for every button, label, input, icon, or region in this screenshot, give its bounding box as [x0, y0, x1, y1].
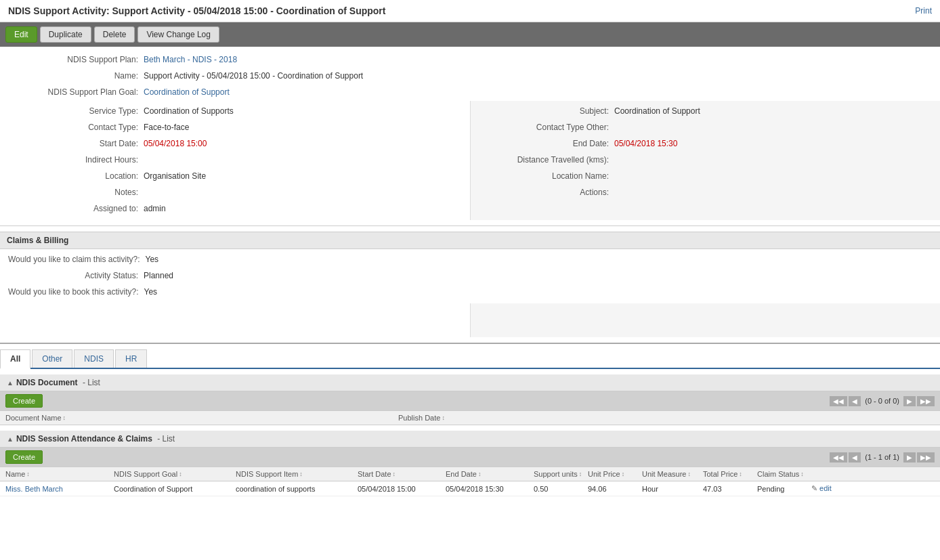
session-name-header-label: Name	[5, 470, 25, 478]
ndis-session-first-page-button[interactable]: ◀◀	[830, 452, 847, 462]
session-units-header-label: Support units	[534, 470, 578, 478]
contact-type-row: Contact Type: Face-to-face	[0, 120, 470, 136]
service-type-label: Service Type:	[8, 106, 144, 116]
ndis-document-pagination: ◀◀ ◀ (0 - 0 of 0) ▶ ▶▶	[830, 396, 935, 406]
session-price-sort-icon[interactable]: ↕	[622, 471, 625, 477]
session-row-name-link[interactable]: Miss. Beth March	[5, 485, 63, 493]
doc-date-header-label: Publish Date	[398, 414, 440, 422]
claim-activity-value: Yes	[146, 255, 932, 264]
session-units-sort-icon[interactable]: ↕	[579, 471, 582, 477]
form-two-col: Service Type: Coordination of Supports C…	[0, 101, 940, 220]
claims-billing-section: Claims & Billing Would you like to claim…	[0, 226, 940, 344]
ndis-support-plan-goal-value: Coordination of Support	[144, 87, 932, 97]
ndis-document-prev-page-button[interactable]: ◀	[849, 396, 861, 406]
ndis-document-section-title: NDIS Document	[16, 378, 78, 387]
session-row-name: Miss. Beth March	[5, 485, 114, 493]
session-name-sort-icon[interactable]: ↕	[26, 471, 30, 477]
session-end-sort-icon[interactable]: ↕	[478, 471, 482, 477]
edit-button[interactable]: Edit	[5, 26, 37, 43]
ndis-document-first-page-button[interactable]: ◀◀	[830, 396, 847, 406]
tab-all[interactable]: All	[0, 349, 30, 369]
session-row-goal: Coordination of Support	[114, 485, 236, 493]
claims-billing-header: Claims & Billing	[0, 232, 940, 249]
session-item-sort-icon[interactable]: ↕	[299, 471, 303, 477]
name-value: Support Activity - 05/04/2018 15:00 - Co…	[144, 71, 932, 81]
tab-hr[interactable]: HR	[115, 349, 147, 368]
session-actions-header	[811, 470, 935, 478]
session-status-header-label: Claim Status	[757, 470, 799, 478]
claim-activity-label: Would you like to claim this activity?:	[8, 255, 146, 264]
book-activity-row: Would you like to book this activity?: Y…	[0, 284, 940, 301]
collapse-session-icon[interactable]: ▲	[7, 435, 14, 443]
tab-other[interactable]: Other	[32, 349, 72, 368]
subject-row: Subject: Coordination of Support	[471, 104, 940, 120]
session-units-header: Support units ↕	[534, 470, 588, 478]
book-activity-label: Would you like to book this activity?:	[8, 287, 144, 297]
ndis-document-create-button[interactable]: Create	[5, 394, 43, 408]
tab-ndis[interactable]: NDIS	[74, 349, 114, 368]
session-start-sort-icon[interactable]: ↕	[393, 471, 396, 477]
ndis-document-list-container: ▲ NDIS Document - List Create ◀◀ ◀ (0 - …	[0, 374, 940, 425]
print-link[interactable]: Print	[915, 6, 932, 16]
doc-date-sort-icon[interactable]: ↕	[442, 414, 445, 421]
claim-activity-row: Would you like to claim this activity?: …	[0, 252, 940, 268]
ndis-session-last-page-button[interactable]: ▶▶	[917, 452, 935, 462]
collapse-document-icon[interactable]: ▲	[7, 379, 14, 387]
ndis-session-create-button[interactable]: Create	[5, 450, 43, 464]
book-activity-value: Yes	[144, 287, 932, 297]
contact-type-value: Face-to-face	[144, 123, 462, 132]
session-end-header: End Date ↕	[446, 470, 534, 478]
pencil-icon: ✎	[811, 484, 819, 492]
ndis-support-plan-goal-row: NDIS Support Plan Goal: Coordination of …	[0, 85, 940, 101]
ndis-support-plan-link[interactable]: Beth March - NDIS - 2018	[144, 55, 237, 64]
activity-status-row: Activity Status: Planned	[0, 268, 940, 284]
start-date-value: 05/04/2018 15:00	[144, 139, 462, 148]
page-header: NDIS Support Activity: Support Activity …	[0, 0, 940, 22]
ndis-document-next-page-button[interactable]: ▶	[903, 396, 916, 406]
session-row-item: coordination of supports	[236, 485, 358, 493]
distance-travelled-label: Distance Travelled (kms):	[479, 155, 614, 165]
start-date-label: Start Date:	[8, 139, 144, 148]
location-name-label: Location Name:	[479, 171, 614, 181]
session-goal-sort-icon[interactable]: ↕	[179, 471, 182, 477]
form-right-col: Subject: Coordination of Support Contact…	[470, 101, 940, 220]
indirect-hours-row: Indirect Hours:	[0, 152, 470, 169]
delete-button[interactable]: Delete	[94, 26, 135, 43]
ndis-document-last-page-button[interactable]: ▶▶	[917, 396, 935, 406]
actions-row: Actions:	[471, 185, 940, 201]
distance-travelled-row: Distance Travelled (kms):	[471, 152, 940, 169]
ndis-session-prev-page-button[interactable]: ◀	[849, 452, 861, 462]
end-date-row: End Date: 05/04/2018 15:30	[471, 136, 940, 152]
doc-name-sort-icon[interactable]: ↕	[63, 414, 66, 421]
ndis-session-list-container: ▲ NDIS Session Attendance & Claims - Lis…	[0, 431, 940, 496]
name-row: Name: Support Activity - 05/04/2018 15:0…	[0, 68, 940, 85]
session-goal-header: NDIS Support Goal ↕	[114, 470, 236, 478]
tabs-bar: All Other NDIS HR	[0, 349, 940, 369]
ndis-session-page-info: (1 - 1 of 1)	[865, 453, 899, 461]
ndis-document-list-toolbar: Create ◀◀ ◀ (0 - 0 of 0) ▶ ▶▶	[0, 391, 940, 411]
session-start-header: Start Date ↕	[358, 470, 446, 478]
ndis-session-list-header: ▲ NDIS Session Attendance & Claims - Lis…	[0, 431, 940, 448]
ndis-support-plan-goal-link[interactable]: Coordination of Support	[144, 87, 230, 97]
duplicate-button[interactable]: Duplicate	[40, 26, 91, 43]
session-total-sort-icon[interactable]: ↕	[739, 471, 742, 477]
session-row-status: Pending	[757, 485, 811, 493]
session-row-total: 47.03	[703, 485, 757, 493]
form-left-col: Service Type: Coordination of Supports C…	[0, 101, 470, 220]
view-change-log-button[interactable]: View Change Log	[137, 26, 219, 43]
session-row-price: 94.06	[588, 485, 642, 493]
session-price-header-label: Unit Price	[588, 470, 620, 478]
service-type-row: Service Type: Coordination of Supports	[0, 104, 470, 120]
location-label: Location:	[8, 171, 144, 181]
ndis-session-table-header: Name ↕ NDIS Support Goal ↕ NDIS Support …	[0, 467, 940, 481]
session-total-header-label: Total Price	[703, 470, 738, 478]
ndis-document-page-info: (0 - 0 of 0)	[865, 397, 899, 405]
session-row-start: 05/04/2018 15:00	[358, 485, 446, 493]
ndis-session-next-page-button[interactable]: ▶	[903, 452, 916, 462]
session-row-edit-link[interactable]: edit	[819, 484, 832, 492]
ndis-document-table-header: Document Name ↕ Publish Date ↕	[0, 411, 940, 425]
doc-date-header: Publish Date ↕	[398, 414, 935, 422]
session-status-sort-icon[interactable]: ↕	[800, 471, 804, 477]
indirect-hours-label: Indirect Hours:	[8, 155, 144, 165]
session-measure-sort-icon[interactable]: ↕	[687, 471, 691, 477]
